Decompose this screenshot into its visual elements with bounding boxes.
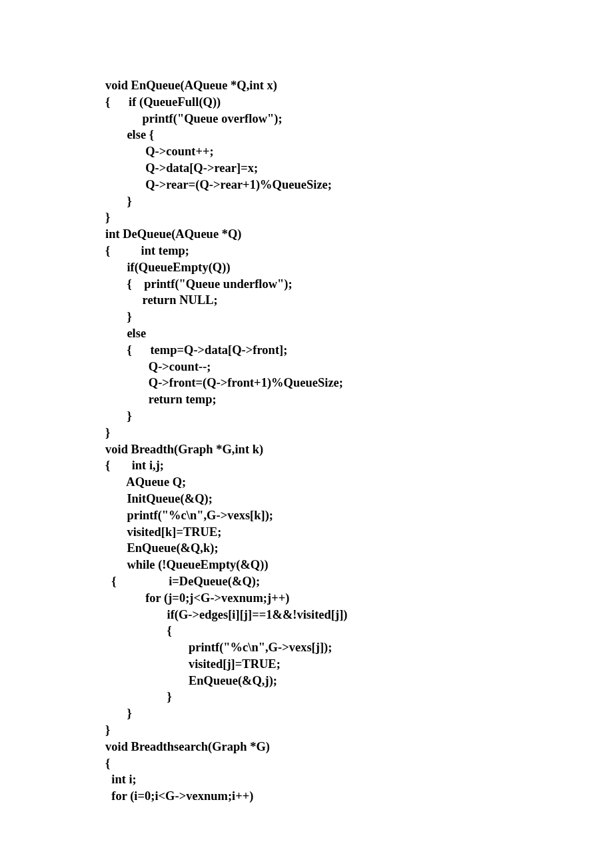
code-line: printf("%c\n",G->vexs[k]);: [105, 507, 505, 524]
code-line: }: [105, 309, 505, 325]
code-line: }: [105, 408, 505, 425]
code-line: if(QueueEmpty(Q)): [105, 259, 505, 276]
code-line: else: [105, 325, 505, 342]
code-line: else {: [105, 127, 505, 143]
code-line: visited[k]=TRUE;: [105, 524, 505, 541]
code-line: int i;: [105, 771, 505, 788]
code-line: printf("%c\n",G->vexs[j]);: [105, 639, 505, 656]
code-line: Q->count++;: [105, 143, 505, 160]
code-line: { if (QueueFull(Q)): [105, 94, 505, 111]
code-line: }: [105, 193, 505, 210]
code-line: Q->count--;: [105, 359, 505, 375]
code-line: {: [105, 623, 505, 639]
code-line: printf("Queue overflow");: [105, 111, 505, 127]
code-line: void EnQueue(AQueue *Q,int x): [105, 77, 505, 94]
code-line: { int i,j;: [105, 457, 505, 474]
code-line: Q->rear=(Q->rear+1)%QueueSize;: [105, 177, 505, 193]
code-line: { i=DeQueue(&Q);: [105, 573, 505, 590]
code-line: }: [105, 689, 505, 705]
code-line: void Breadth(Graph *G,int k): [105, 441, 505, 458]
code-line: InitQueue(&Q);: [105, 491, 505, 507]
code-line: if(G->edges[i][j]==1&&!visited[j]): [105, 607, 505, 623]
code-line: { int temp;: [105, 243, 505, 259]
code-line: { temp=Q->data[Q->front];: [105, 342, 505, 359]
code-line: }: [105, 722, 505, 739]
code-line: EnQueue(&Q,k);: [105, 540, 505, 557]
code-document: void EnQueue(AQueue *Q,int x){ if (Queue…: [0, 0, 505, 805]
code-line: }: [105, 705, 505, 722]
code-line: int DeQueue(AQueue *Q): [105, 226, 505, 243]
code-line: EnQueue(&Q,j);: [105, 673, 505, 689]
code-line: while (!QueueEmpty(&Q)): [105, 557, 505, 573]
code-line: { printf("Queue underflow");: [105, 276, 505, 293]
code-line: {: [105, 755, 505, 772]
code-line: AQueue Q;: [105, 474, 505, 491]
code-line: for (i=0;i<G->vexnum;i++): [105, 788, 505, 805]
code-line: return NULL;: [105, 292, 505, 309]
code-line: Q->data[Q->rear]=x;: [105, 160, 505, 177]
code-block: void EnQueue(AQueue *Q,int x){ if (Queue…: [105, 77, 505, 805]
code-line: }: [105, 425, 505, 441]
code-line: Q->front=(Q->front+1)%QueueSize;: [105, 375, 505, 391]
code-line: return temp;: [105, 391, 505, 408]
code-line: }: [105, 209, 505, 226]
code-line: for (j=0;j<G->vexnum;j++): [105, 590, 505, 607]
code-line: void Breadthsearch(Graph *G): [105, 739, 505, 755]
code-line: visited[j]=TRUE;: [105, 656, 505, 673]
